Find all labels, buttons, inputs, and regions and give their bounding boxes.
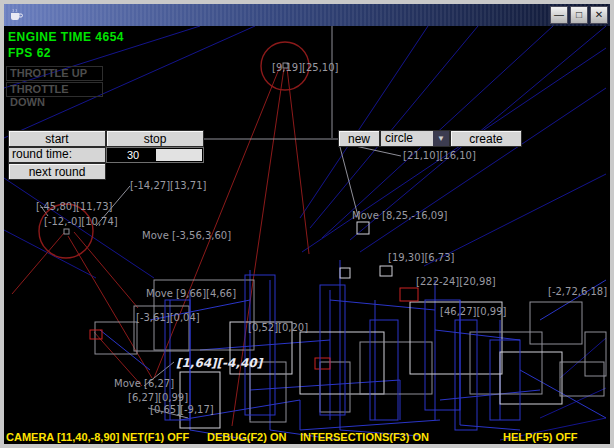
- throttle-up-button[interactable]: THROTTLE UP: [6, 66, 103, 81]
- coord-label: [-2,72,6,18]: [548, 286, 607, 297]
- coord-label: [46,27][0,99]: [440, 306, 507, 317]
- coord-label: [-3,61][0,04]: [136, 312, 200, 323]
- java-app-icon: [7, 7, 23, 23]
- round-time-label: round time:: [8, 147, 106, 163]
- coord-label: [0,65][-9,17]: [150, 404, 214, 415]
- chevron-down-icon[interactable]: ▼: [433, 131, 449, 146]
- create-button[interactable]: create: [450, 130, 522, 147]
- coord-label: [9,19][25,10]: [272, 62, 339, 73]
- coord-label: [21,10][16,10]: [403, 150, 476, 161]
- coord-label: [-12,-0][10,74]: [44, 216, 118, 227]
- throttle-down-button[interactable]: THROTTLE DOWN: [6, 82, 103, 97]
- status-net: NET(F1) OFF: [122, 431, 189, 443]
- minimize-button[interactable]: —: [550, 6, 568, 24]
- status-debug: DEBUG(F2) ON: [207, 431, 286, 443]
- titlebar[interactable]: — □ ✕: [4, 4, 610, 26]
- next-round-button[interactable]: next round: [8, 163, 106, 180]
- status-help: HELP(F5) OFF: [503, 431, 578, 443]
- coord-label: [0,52][0,20]: [248, 322, 308, 333]
- coord-label: [6,27][0,99]: [128, 392, 188, 403]
- close-icon: ✕: [595, 10, 603, 20]
- coord-label: [19,30][6,73]: [388, 252, 455, 263]
- coord-label: Move [8,25,-16,09]: [352, 210, 447, 221]
- coord-label: Move [9,66][4,66]: [146, 288, 236, 299]
- simulation-canvas[interactable]: [9,19][25,10][21,10][16,10][-14,27][13,7…: [4, 26, 610, 444]
- round-time-value: 30: [127, 149, 139, 162]
- new-button[interactable]: new: [338, 130, 380, 147]
- coord-label: [222-24][20,98]: [416, 276, 496, 287]
- status-camera: CAMERA [11,40,-8,90]: [6, 431, 119, 443]
- app-window: — □ ✕ [9,19][25,10][21,10][16,10][-14,27…: [0, 0, 614, 448]
- minimize-icon: —: [554, 10, 564, 20]
- engine-time-readout: ENGINE TIME 4654: [8, 30, 124, 44]
- maximize-button[interactable]: □: [570, 6, 588, 24]
- shape-select-value: circle: [381, 131, 433, 146]
- round-time-field[interactable]: 30: [106, 147, 204, 163]
- coord-label: [1,64][-4,40]: [176, 356, 262, 370]
- fps-readout: FPS 62: [8, 46, 51, 60]
- stop-button[interactable]: stop: [106, 130, 204, 147]
- coord-label: Move [6,27]: [114, 378, 174, 389]
- coord-label: [-45,80][11,73]: [36, 201, 112, 212]
- start-button[interactable]: start: [8, 130, 106, 147]
- coord-label: [-14,27][13,71]: [130, 180, 206, 191]
- status-intersections: INTERSECTIONS(F3) ON: [300, 431, 429, 443]
- close-button[interactable]: ✕: [590, 6, 608, 24]
- shape-select[interactable]: circle ▼: [380, 130, 450, 147]
- round-progress-fill: [156, 149, 202, 161]
- coord-label: Move [-3,56,3,60]: [142, 230, 231, 241]
- maximize-icon: □: [576, 10, 582, 20]
